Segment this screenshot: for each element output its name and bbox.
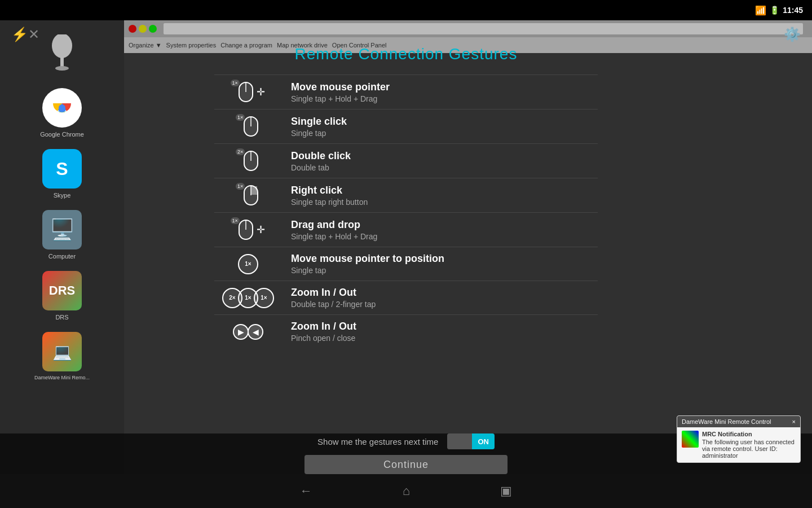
gesture-text-zoom-pinch: Zoom In / Out Pinch open / close [291,321,598,343]
gesture-text-drag: Drag and drop Single tap + Hold + Drag [291,219,598,241]
battery-icon: 🔋 [770,6,779,15]
gesture-row-double-click: 2× Double click Double tab [214,143,598,178]
notification-content: MRC Notification The following user has … [702,431,796,459]
gesture-icon-double: 2× [214,150,282,172]
gesture-icon-single: 1× [214,115,282,138]
pinch-circle-left: ◀ [248,324,263,340]
gesture-text-single: Single click Single tap [291,116,598,138]
multi-tap-circles: 2× 1× 1× [222,288,274,308]
gesture-text-zoom-tap: Zoom In / Out Double tap / 2-finger tap [291,287,598,309]
gesture-text-right: Right click Single tap right button [291,185,598,207]
gesture-icon-position: 1× [214,254,282,274]
notification-text: The following user has connected via rem… [702,439,796,459]
toggle-off-part [447,433,472,449]
notification-subtitle: MRC Notification [702,431,796,437]
gesture-row-zoom-tap: 2× 1× 1× Zoom In / Out Double tap / 2-fi… [214,281,598,314]
gesture-row-drag-drop: 1× ✛ Drag and drop Single tap + Hold + D… [214,212,598,247]
pinch-icon: ▶ ◀ [233,324,263,340]
gesture-text-double: Double click Double tab [291,150,598,172]
gesture-icon-drag: 1× ✛ [214,218,282,241]
notification-title: DameWare Mini Remote Control [682,418,771,425]
gesture-row-single-click: 1× Single click Single tap [214,109,598,143]
gesture-icon-zoom-tap: 2× 1× 1× [214,288,282,308]
notification-body: MRC Notification The following user has … [677,427,800,462]
notification-header: DameWare Mini Remote Control × [677,416,800,427]
status-bar: 📶 🔋 11:45 [0,0,812,20]
notification-app-icon [682,431,699,448]
show-gestures-label: Show me the gestures next time [317,437,438,446]
mouse-double-icon: 2× [237,150,259,172]
mouse-single-icon: 1× [237,115,259,138]
mouse-right-icon: 1× [237,184,259,207]
gesture-list: 1× ✛ Move mouse pointer Single tap + Hol… [214,75,598,348]
gesture-text-position: Move mouse pointer to position Single ta… [291,253,598,275]
wifi-icon: 📶 [755,5,766,16]
gesture-icon-move: 1× ✛ [214,81,282,103]
navigation-bar: ← ⌂ ▣ [0,474,812,508]
status-icons: 📶 🔋 11:45 [755,5,803,16]
pinch-circle-right: ▶ [233,324,249,340]
gesture-icon-right: 1× [214,184,282,207]
notification-popup: DameWare Mini Remote Control × MRC Notif… [677,415,801,463]
toggle-switch[interactable]: ON [447,433,495,449]
gesture-icon-zoom-pinch: ▶ ◀ [214,324,282,340]
home-button[interactable]: ⌂ [403,484,410,498]
mouse-move-icon: 1× ✛ [232,81,265,103]
show-gestures-row: Show me the gestures next time ON [317,433,495,449]
gesture-row-zoom-pinch: ▶ ◀ Zoom In / Out Pinch open / close [214,314,598,348]
gesture-row-right-click: 1× Right click Single tap right button [214,178,598,212]
gesture-row-move-position: 1× Move mouse pointer to position Single… [214,247,598,281]
circle-tap-1x-b: 1× [254,288,274,308]
svg-rect-14 [251,186,257,195]
gesture-row-move-pointer: 1× ✛ Move mouse pointer Single tap + Hol… [214,75,598,109]
mouse-drag-icon: 1× ✛ [232,218,265,241]
continue-button[interactable]: Continue [304,455,508,474]
clock: 11:45 [783,6,803,15]
back-button[interactable]: ← [300,484,312,498]
gesture-text-move: Move mouse pointer Single tap + Hold + D… [291,81,598,103]
settings-icon[interactable]: ⚙️ [784,27,801,42]
toggle-on-part: ON [472,433,495,449]
notification-close-icon[interactable]: × [792,418,796,425]
circle-tap-single: 1× [238,254,258,274]
app-top-bar: ⚡✕ ⚙️ [0,20,812,49]
fx-icon[interactable]: ⚡✕ [11,27,39,42]
recents-button[interactable]: ▣ [500,484,512,498]
